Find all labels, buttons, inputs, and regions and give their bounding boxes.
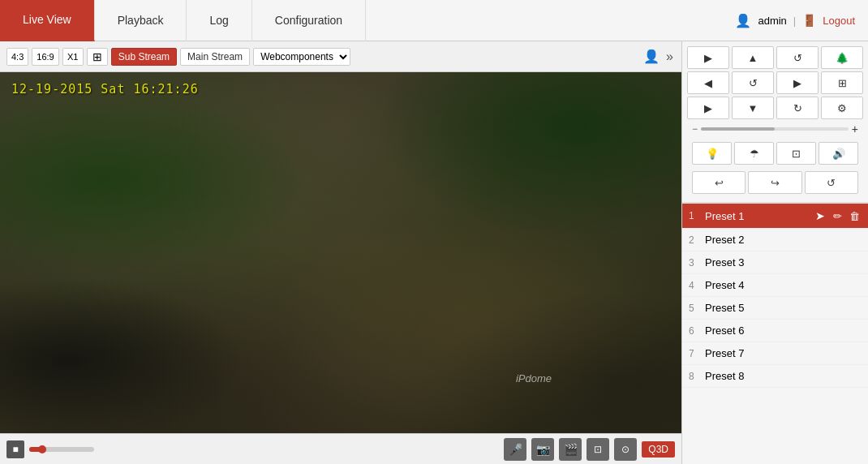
more-icon[interactable]: » — [664, 48, 675, 66]
preset-name-5: Preset 5 — [705, 302, 862, 314]
preset-name-2: Preset 2 — [705, 234, 862, 246]
zoom-minus-label[interactable]: − — [692, 123, 698, 135]
progress-thumb — [38, 445, 46, 453]
zoom-circle-button[interactable]: ⊙ — [614, 438, 637, 461]
preset-num-5: 5 — [689, 303, 705, 314]
zoom-rect-button[interactable]: ⊡ — [587, 438, 609, 461]
right-panel: ▶ ▲ ↺ 🌲 ◀ ↺ ▶ ⊞ ▶ ▼ ↻ ⚙ − + — [681, 41, 868, 464]
scene-overlay — [0, 72, 681, 433]
preset-refresh-button[interactable]: ↺ — [805, 171, 858, 194]
preset-item-1[interactable]: 1 Preset 1 ➤ ✏ 🗑 — [682, 204, 868, 229]
preset-num-4: 4 — [689, 280, 705, 291]
preset-action-row: ↩ ↪ ↺ — [687, 168, 863, 197]
main-stream-button[interactable]: Main Stream — [180, 48, 250, 66]
preset-1-actions: ➤ ✏ 🗑 — [813, 208, 862, 223]
tab-playback[interactable]: Playback — [95, 0, 187, 41]
preset-item-8[interactable]: 8 Preset 8 — [682, 365, 868, 388]
ptz-grid: ▶ ▲ ↺ 🌲 ◀ ↺ ▶ ⊞ ▶ ▼ ↻ ⚙ — [687, 46, 863, 119]
ptz-grid-button[interactable]: ⊞ — [821, 71, 863, 94]
ptz-settings-icon[interactable]: 👤 — [642, 47, 661, 66]
stop-button[interactable]: ■ — [6, 440, 24, 458]
sub-stream-button[interactable]: Sub Stream — [111, 48, 177, 66]
preset-back-button[interactable]: ↩ — [692, 171, 746, 194]
preset-item-5[interactable]: 5 Preset 5 — [682, 297, 868, 320]
light-button[interactable]: 💡 — [692, 142, 732, 165]
microphone-button[interactable]: 🎤 — [504, 438, 526, 461]
video-container: 12-19-2015 Sat 16:21:26 iPdome — [0, 72, 681, 433]
preset-name-8: Preset 8 — [705, 370, 862, 382]
zoom-plus-label[interactable]: + — [852, 122, 858, 135]
preset-name-1: Preset 1 — [705, 210, 813, 222]
preset-1-delete-icon[interactable]: 🗑 — [847, 208, 862, 223]
preset-num-2: 2 — [689, 234, 705, 246]
ratio-4-3-button[interactable]: 4:3 — [6, 48, 28, 66]
ptz-down-button[interactable]: ▼ — [732, 97, 774, 119]
user-icon: 👤 — [735, 13, 751, 28]
preset-name-7: Preset 7 — [705, 347, 862, 359]
preset-num-3: 3 — [689, 257, 705, 269]
ptz-center-button[interactable]: ↺ — [732, 71, 774, 94]
preset-item-6[interactable]: 6 Preset 6 — [682, 320, 868, 342]
nav-separator: | — [793, 15, 796, 27]
preset-name-6: Preset 6 — [705, 324, 862, 337]
ptz-play-button[interactable]: ▶ — [687, 46, 729, 69]
video-controls: ■ 🎤 📷 🎬 ⊡ ⊙ Q3D — [0, 433, 681, 464]
preset-forward-button[interactable]: ↪ — [748, 171, 801, 194]
snapshot-button[interactable]: 📷 — [531, 438, 554, 461]
annotation-arrow — [789, 203, 837, 204]
record-button[interactable]: 🎬 — [559, 438, 582, 461]
ratio-x1-button[interactable]: X1 — [62, 48, 84, 66]
3d-zoom-button[interactable]: Q3D — [642, 441, 675, 458]
ptz-right-button[interactable]: ▶ — [776, 71, 819, 94]
main-layout: 4:3 16:9 X1 ⊞ Sub Stream Main Stream Web… — [0, 41, 868, 464]
tab-live-view[interactable]: Live View — [0, 0, 95, 41]
ptz-tree-button[interactable]: 🌲 — [821, 46, 863, 69]
tab-configuration[interactable]: Configuration — [252, 0, 366, 41]
top-navigation: Live View Playback Log Configuration 👤 a… — [0, 0, 868, 41]
zoom-slider[interactable] — [701, 127, 849, 131]
preset-1-goto-icon[interactable]: ➤ — [813, 208, 827, 223]
user-nav: 👤 admin | 🚪 Logout — [735, 13, 868, 28]
preset-item-3[interactable]: 3 Preset 3 — [682, 251, 868, 274]
video-toolbar: 4:3 16:9 X1 ⊞ Sub Stream Main Stream Web… — [0, 41, 681, 72]
preset-num-1: 1 — [689, 210, 705, 221]
video-watermark: iPdome — [516, 372, 552, 385]
audio-button[interactable]: 🔊 — [819, 142, 858, 165]
logout-link[interactable]: Logout — [823, 15, 855, 27]
ptz-rotate-right-button[interactable]: ↻ — [776, 97, 819, 119]
wiper-button[interactable]: ☂ — [734, 142, 774, 165]
ratio-16-9-button[interactable]: 16:9 — [32, 48, 58, 66]
logout-icon: 🚪 — [802, 14, 816, 27]
video-section: 4:3 16:9 X1 ⊞ Sub Stream Main Stream Web… — [0, 41, 681, 464]
fullscreen-button[interactable]: ⊞ — [87, 48, 108, 66]
preset-name-3: Preset 3 — [705, 256, 862, 269]
ptz-controls: ▶ ▲ ↺ 🌲 ◀ ↺ ▶ ⊞ ▶ ▼ ↻ ⚙ − + — [682, 41, 868, 203]
video-timestamp: 12-19-2015 Sat 16:21:26 — [11, 82, 199, 97]
zoom-track — [701, 127, 775, 131]
preset-list: 1 Preset 1 ➤ ✏ 🗑 BẤM BIỂU TƯỢNG NÀY ĐỂ G… — [682, 203, 868, 464]
preset-item-4[interactable]: 4 Preset 4 — [682, 274, 868, 297]
ptz-rotate-left-button[interactable]: ↺ — [776, 46, 819, 69]
playback-progress[interactable] — [29, 447, 94, 452]
preset-name-4: Preset 4 — [705, 279, 862, 291]
username-label: admin — [758, 15, 786, 27]
preset-item-7[interactable]: 7 Preset 7 — [682, 342, 868, 365]
preset-num-8: 8 — [689, 371, 705, 382]
feature-buttons-row: 💡 ☂ ⊡ 🔊 — [687, 139, 863, 168]
ptz-play2-button[interactable]: ▶ — [687, 97, 729, 119]
ptz-settings-button[interactable]: ⚙ — [821, 97, 863, 119]
zoom-slider-row: − + — [687, 119, 863, 139]
preset-1-edit-icon[interactable]: ✏ — [830, 208, 844, 223]
ptz-left-button[interactable]: ◀ — [687, 71, 729, 94]
focus-button[interactable]: ⊡ — [776, 142, 816, 165]
preset-num-7: 7 — [689, 348, 705, 359]
tab-log[interactable]: Log — [187, 0, 251, 41]
preset-num-6: 6 — [689, 325, 705, 337]
preset-item-2[interactable]: 2 Preset 2 — [682, 229, 868, 251]
webcomponents-select[interactable]: Webcomponents VLC HTML5 — [253, 48, 350, 66]
video-background: 12-19-2015 Sat 16:21:26 iPdome — [0, 72, 681, 433]
ptz-up-button[interactable]: ▲ — [732, 46, 774, 69]
